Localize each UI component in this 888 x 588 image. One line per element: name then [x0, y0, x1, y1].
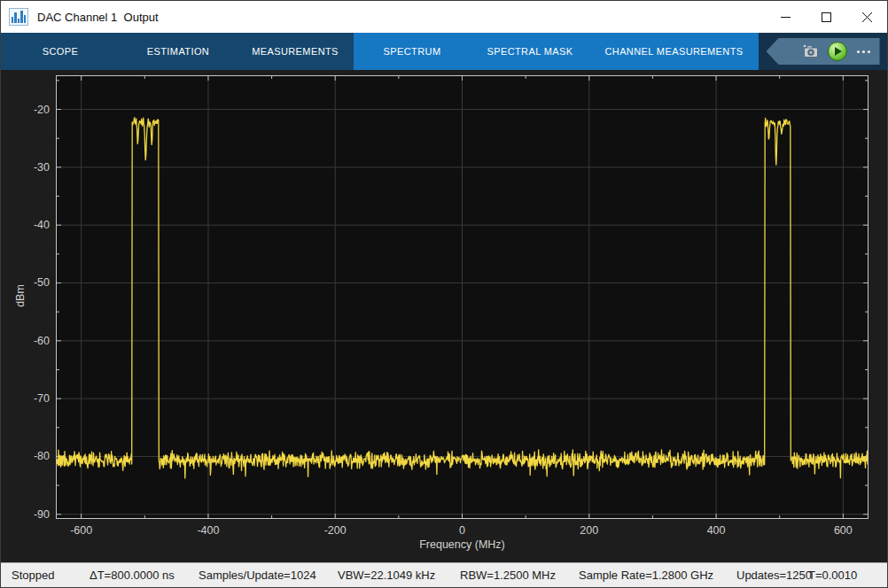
- maximize-button[interactable]: [806, 1, 846, 33]
- y-tick-label: -70: [34, 392, 50, 405]
- quick-controls-chip: [767, 38, 880, 65]
- status-time: T=0.0010: [808, 563, 857, 587]
- tab-measurements[interactable]: MEASUREMENTS: [237, 33, 354, 70]
- window-title: DAC Channel 1 Output: [37, 11, 159, 24]
- status-sample-rate: Sample Rate=1.2800 GHz: [579, 563, 713, 587]
- status-vbw: VBW=22.1049 kHz: [338, 563, 435, 587]
- y-tick-label: -80: [34, 450, 50, 462]
- x-axis-label: Frequency (MHz): [56, 538, 869, 551]
- status-delta-t: ΔT=800.0000 ns: [90, 563, 175, 587]
- status-bar: Stopped ΔT=800.0000 ns Samples/Update=10…: [1, 562, 887, 587]
- status-rbw: RBW=1.2500 MHz: [460, 563, 556, 587]
- y-tick-label: -20: [34, 104, 50, 116]
- tab-scope[interactable]: SCOPE: [1, 33, 120, 70]
- y-tick-label: -60: [34, 335, 50, 347]
- ellipsis-icon[interactable]: [855, 47, 872, 57]
- spectrum-axes[interactable]: Frequency (MHz) dBm -600-400-20002004006…: [56, 75, 869, 519]
- tab-group-main: SCOPE ESTIMATION MEASUREMENTS: [1, 33, 354, 70]
- status-samples-update: Samples/Update=1024: [199, 563, 316, 587]
- tab-channel-measurements[interactable]: CHANNEL MEASUREMENTS: [589, 33, 759, 70]
- y-tick-label: -50: [34, 276, 50, 289]
- close-icon: [862, 12, 872, 22]
- window-controls: [765, 1, 887, 33]
- maximize-icon: [822, 12, 831, 22]
- tab-spectral-mask[interactable]: SPECTRAL MASK: [471, 33, 589, 70]
- minimize-icon: [781, 12, 791, 22]
- x-tick-label: -600: [70, 524, 92, 537]
- y-tick-label: -90: [34, 508, 50, 521]
- play-triangle: [835, 47, 842, 56]
- status-run-state: Stopped: [12, 563, 54, 587]
- bar-chart-icon: [9, 8, 28, 26]
- x-tick-label: 200: [580, 524, 598, 537]
- tab-estimation[interactable]: ESTIMATION: [120, 33, 237, 70]
- y-tick-label: -40: [34, 219, 50, 231]
- quick-controls-panel: [759, 33, 887, 70]
- close-button[interactable]: [846, 1, 887, 33]
- x-tick-label: 400: [707, 524, 726, 537]
- toolstrip: SCOPE ESTIMATION MEASUREMENTS SPECTRUM S…: [1, 33, 887, 70]
- x-tick-label: -200: [324, 524, 347, 537]
- tab-group-contextual: SPECTRUM SPECTRAL MASK CHANNEL MEASUREME…: [354, 33, 759, 70]
- y-axis-label: dBm: [14, 269, 27, 322]
- x-tick-label: 600: [834, 524, 853, 537]
- figure-area: Frequency (MHz) dBm -600-400-20002004006…: [1, 70, 887, 562]
- status-updates: Updates=1250: [736, 563, 812, 587]
- x-tick-label: 0: [459, 524, 465, 537]
- camera-icon[interactable]: [802, 44, 820, 58]
- title-bar[interactable]: DAC Channel 1 Output: [1, 1, 887, 33]
- x-tick-label: -400: [197, 524, 219, 537]
- spectrum-plot: [56, 75, 869, 519]
- y-tick-label: -30: [34, 161, 50, 174]
- tab-spectrum[interactable]: SPECTRUM: [354, 33, 471, 70]
- scope-window: DAC Channel 1 Output SCOPE ESTIMA: [0, 0, 888, 588]
- play-icon[interactable]: [828, 42, 847, 61]
- minimize-button[interactable]: [765, 1, 806, 33]
